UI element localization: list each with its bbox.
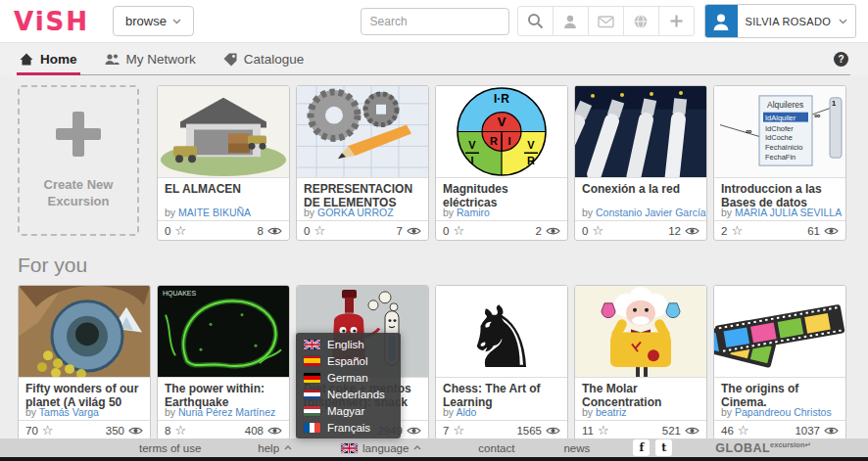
language-option-espanol[interactable]: Español	[296, 352, 401, 369]
add-button[interactable]	[658, 6, 695, 36]
chevron-up-icon	[413, 445, 421, 450]
create-new-excursion-button[interactable]: Create New Excursion	[18, 85, 139, 236]
footer: terms of use help language contact news …	[0, 438, 868, 457]
thumb-gears-blueprint	[297, 86, 428, 178]
main-content: Create New Excursion	[0, 75, 868, 440]
author-link[interactable]: Papandreou Christos	[735, 406, 832, 418]
flag-uk-icon	[304, 340, 320, 349]
flag-france-icon	[304, 423, 320, 433]
flag-netherlands-icon	[304, 390, 320, 399]
author-link[interactable]: Tamás Varga	[39, 406, 99, 418]
tab-label: Catalogue	[244, 52, 305, 67]
language-option-magyar[interactable]: Magyar	[296, 402, 401, 419]
author-link[interactable]: MAITE BIKUÑA	[178, 207, 251, 218]
star-icon: ☆	[453, 424, 464, 437]
excursion-card[interactable]: Fifty wonders of our planet (A világ 50 …	[18, 285, 151, 440]
terms-of-use-link[interactable]: terms of use	[139, 442, 201, 454]
excursion-card[interactable]: The Molar Concentration by beatriz 11☆ 5…	[574, 285, 707, 440]
facebook-icon[interactable]: f	[633, 439, 650, 456]
flag-hungary-icon	[304, 406, 320, 416]
contact-link[interactable]: contact	[478, 442, 514, 454]
excursion-card[interactable]: Alquileres IdAlquiler IdChofer IdCoche F…	[713, 85, 846, 241]
author-link[interactable]: Constanio Javier García	[596, 207, 706, 218]
by-label: by	[443, 207, 454, 218]
star-count: 46☆	[721, 424, 748, 437]
news-link[interactable]: news	[563, 442, 590, 454]
svg-text:R: R	[527, 155, 535, 166]
svg-text:1: 1	[832, 99, 836, 108]
view-count: 61	[807, 225, 839, 237]
excursion-card[interactable]: HQUAKES The power within: Earthquake by …	[157, 285, 290, 440]
author-link[interactable]: MARIA JULIA SEVILLA	[735, 207, 842, 218]
star-icon: ☆	[453, 224, 464, 237]
by-label: by	[25, 406, 36, 418]
help-link[interactable]: help	[258, 442, 292, 454]
by-label: by	[443, 406, 454, 418]
plus-icon	[56, 112, 101, 157]
create-label: Create New Excursion	[20, 176, 137, 209]
help-icon[interactable]: ?	[834, 52, 848, 67]
main-nav: Home My Network Catalogue ?	[0, 43, 868, 75]
users-icon	[105, 53, 120, 66]
excursion-card[interactable]: REPRESENTACION DE ELEMENTOS by GORKA URR…	[296, 85, 429, 241]
tab-home[interactable]: Home	[20, 43, 77, 75]
svg-text:FechaFin: FechaFin	[765, 153, 796, 161]
search-button[interactable]	[517, 6, 554, 36]
excursion-card[interactable]: Conexión a la red by Constanio Javier Ga…	[574, 85, 707, 241]
tab-catalogue[interactable]: Catalogue	[223, 43, 305, 75]
chevron-up-icon	[284, 445, 292, 450]
twitter-icon[interactable]: t	[655, 439, 672, 456]
excursion-card[interactable]: ♞ Chess: The Art of Learning by Aldo 7☆ …	[435, 285, 568, 440]
excursion-card[interactable]: The origins of Cinema. by Papandreou Chr…	[713, 285, 846, 440]
browse-label: browse	[125, 14, 167, 28]
author-link[interactable]: GORKA URROZ	[317, 207, 394, 218]
author-link[interactable]: Ramiro	[457, 207, 490, 218]
svg-text:♞: ♞	[463, 289, 541, 377]
excursion-title: EL ALMACEN	[165, 183, 282, 197]
search-icon	[527, 13, 544, 29]
vish-logo[interactable]: ViSH	[14, 7, 89, 36]
thumb-chess-knight: ♞	[436, 286, 567, 378]
excursions-row-for-you: Fifty wonders of our planet (A világ 50 …	[18, 285, 850, 440]
view-count: 1565	[516, 425, 560, 437]
user-menu[interactable]: SILVIA ROSADO	[704, 4, 856, 38]
svg-text:IdCoche: IdCoche	[765, 133, 793, 142]
star-icon: ☆	[174, 424, 186, 437]
author-link[interactable]: Nuria Pérez Martínez	[178, 406, 275, 418]
star-count: 0☆	[304, 224, 325, 237]
author-link[interactable]: beatriz	[596, 406, 627, 418]
language-option-francais[interactable]: Français	[296, 419, 401, 436]
view-count: 7	[397, 225, 421, 237]
svg-text:Alquileres: Alquileres	[767, 100, 803, 110]
messages-button[interactable]	[588, 6, 624, 36]
excursion-card[interactable]: EL ALMACEN by MAITE BIKUÑA 0☆ 8	[157, 85, 290, 241]
star-count: 8☆	[165, 424, 186, 437]
globalexcursion-logo: GLOBALexcursion↵	[715, 440, 811, 455]
tab-my-network[interactable]: My Network	[105, 43, 196, 75]
globe-icon	[633, 14, 649, 29]
thumb-warehouse-illustration	[158, 86, 289, 178]
browse-button[interactable]: browse	[113, 6, 194, 36]
excursion-title: Conexión a la red	[582, 183, 699, 197]
eye-icon	[267, 426, 282, 436]
thumb-film-strip	[714, 286, 845, 378]
star-count: 70☆	[25, 424, 53, 437]
excursions-row-top: Create New Excursion	[18, 85, 850, 241]
globe-button[interactable]	[623, 6, 659, 36]
by-label: by	[582, 207, 593, 218]
author-link[interactable]: Aldo	[456, 406, 476, 418]
svg-text:HQUAKES: HQUAKES	[163, 290, 197, 298]
excursion-card[interactable]: V R I I·R V I V R Magnitudes eléctricas	[435, 85, 568, 241]
eye-icon	[546, 426, 560, 436]
profile-button[interactable]	[553, 6, 589, 36]
bottom-bar	[0, 457, 868, 461]
language-option-english[interactable]: English	[296, 336, 401, 352]
language-option-german[interactable]: German	[296, 369, 401, 386]
search-input[interactable]	[361, 8, 509, 35]
language-option-nederlands[interactable]: Nederlands	[296, 386, 401, 402]
language-link[interactable]: language	[341, 442, 421, 454]
plus-icon	[669, 14, 684, 28]
tag-icon	[223, 53, 237, 67]
by-label: by	[165, 207, 175, 218]
excursion-title: Introduccion a las Bases de datos	[721, 183, 839, 209]
